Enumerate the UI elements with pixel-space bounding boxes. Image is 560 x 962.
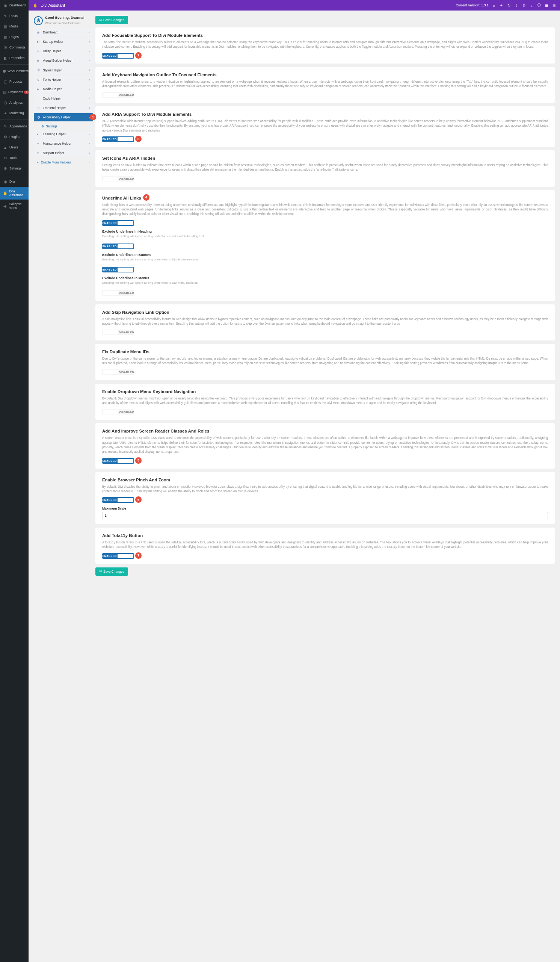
setting-card: Add Keyboard Navigation Outline To Focus… [95,67,555,103]
wp-menu-media[interactable]: ▤Media [0,21,29,32]
search-icon[interactable]: ⌕ [492,3,496,8]
enable-more-helpers[interactable]: + Enable More Helpers › [34,158,93,166]
toggle-switch[interactable]: ENABLED [102,267,134,273]
toggle-switch[interactable]: DISABLED [102,290,134,296]
wp-menu-pages[interactable]: ▦Pages [0,32,29,42]
chevron-right-icon: › [89,68,90,72]
chevron-right-icon: › [89,50,90,53]
toggle-switch[interactable]: DISABLED [102,176,134,181]
setting-description: By default, Divi disables the ability to… [102,485,548,494]
toggle-switch[interactable]: ENABLED [102,220,134,226]
download-icon[interactable]: ⇩ [514,3,519,8]
setting-title: Set Icons As ARIA Hidden [102,156,155,160]
wp-menu-divi-assistant[interactable]: ✋Divi Assistant [0,187,29,200]
toggle-switch[interactable]: ENABLED [102,458,134,464]
helper-icon: ▢ [37,107,40,110]
refresh-icon[interactable]: ↻ [507,3,511,8]
sun-icon[interactable]: ☼ [529,3,534,8]
helper-maintenance-helper[interactable]: ✂Maintenance Helper› [34,139,93,148]
setting-description: Setting icons as ARIA hidden to indicate… [102,163,548,173]
info-icon[interactable]: ⓘ [537,3,541,8]
sub-setting-title: Exclude Underlines In Heading [102,229,548,233]
helper-visual-builder-helper[interactable]: ◆Visual Builder Helper› [34,56,93,65]
menu-icon: ✎ [3,13,8,18]
save-changes-button[interactable]: ☑ Save Changes [95,16,128,24]
chevron-right-icon: › [89,142,90,145]
sub-setting-note: Enabling this setting will ignore adding… [102,234,548,238]
wp-admin-sidebar: ◉Dashboard✎Posts▤Media▦Pages✉Comments◧Pr… [0,0,29,962]
helper-startup-helper[interactable]: ◧Startup Helper› [34,37,93,46]
annotation-badge: 1 [90,114,96,120]
annotation-badge: 7 [135,552,142,559]
save-icon: ☑ [99,18,102,22]
chevron-right-icon: › [89,59,90,62]
avatar-icon: ⏻ [34,16,43,25]
helper-dashboard[interactable]: ◉Dashboard› [34,28,93,36]
helper-styles-helper[interactable]: ⓐStyles Helper› [34,66,93,74]
wp-menu-plugins[interactable]: ⚙Plugins [0,132,29,142]
setting-title: Add Focusable Support To Divi Module Ele… [102,33,203,37]
wp-menu-marketing[interactable]: ✈Marketing [0,108,29,118]
menu-icon: ✈ [3,110,8,116]
setting-card: Add Skip Navigation Link OptionA skip na… [95,304,555,341]
wp-menu-properties[interactable]: ◧Properties [0,53,29,63]
gear-icon[interactable]: ⚙ [522,3,526,8]
expand-icon[interactable]: ⊞ [552,3,556,8]
menu-icon: ⬡ [3,100,8,105]
setting-title: Add Keyboard Navigation Outline To Focus… [102,73,217,77]
toggle-switch[interactable]: ENABLED [102,497,134,503]
gear-icon: ⚙ [41,125,44,128]
save-changes-button-bottom[interactable]: ☑ Save Changes [95,567,128,576]
wp-menu-appearance[interactable]: ✎Appearance [0,121,29,132]
greeting-title: Good Evening, Deanna! [45,16,85,19]
wp-menu-collapse-menu[interactable]: ◀Collapse menu [0,200,29,212]
sub-setting-title: Exclude Underlines In Menus [102,276,548,280]
plugin-title: Divi Assistant [40,3,65,8]
wp-menu-analytics[interactable]: ⬡Analytics [0,97,29,108]
toggle-switch[interactable]: DISABLED [102,329,134,335]
helper-sub-settings[interactable]: ⚙Settings [34,123,93,130]
toggle-switch[interactable]: DISABLED [102,409,134,415]
max-scale-input[interactable] [102,512,548,519]
greeting-sub: Welcome to Divi Assistant! [45,21,80,25]
wp-menu-users[interactable]: ▲Users [0,142,29,153]
list-icon[interactable]: ☰ [544,3,549,8]
menu-icon: ▤ [3,89,7,95]
helper-utility-helper[interactable]: ✂Utility Helper› [34,47,93,55]
toggle-switch[interactable]: DISABLED [102,92,134,98]
setting-description: A screen reader class is a specific CSS … [102,436,548,454]
helper-support-helper[interactable]: ⊕Support Helper› [34,149,93,157]
toggle-switch[interactable]: ENABLED [102,244,134,249]
toggle-switch[interactable]: ENABLED [102,136,134,142]
wp-menu-comments[interactable]: ✉Comments [0,42,29,53]
wp-menu-posts[interactable]: ✎Posts [0,11,29,21]
helper-fonts-helper[interactable]: AFonts Helper› [34,76,93,84]
helper-learning-helper[interactable]: ♦Learning Helper› [34,130,93,138]
plus-icon[interactable]: + [499,3,504,8]
wp-menu-divi[interactable]: ◉Divi [0,176,29,187]
toggle-switch[interactable]: DISABLED [102,370,134,375]
wp-menu-settings[interactable]: ⚙Settings [0,163,29,174]
helper-accessibility-helper[interactable]: ♿Accessibility Helper›1 [34,113,93,121]
helper-media-helper[interactable]: ▶Media Helper› [34,85,93,93]
menu-icon: ⚙ [3,166,8,171]
setting-description: Due to Divi's usage of the same menu for… [102,357,548,366]
sub-setting-title: Exclude Underlines In Buttons [102,253,548,257]
greeting: ⏻ Good Evening, Deanna! Welcome to Divi … [34,16,93,25]
wp-menu-payments[interactable]: ▤Payments1 [0,87,29,97]
wp-menu-tools[interactable]: ✂Tools [0,153,29,163]
helper-code-helper[interactable]: Code Helper› [34,94,93,103]
setting-card: Add Tota11y ButtonA tota11y button refer… [95,528,555,564]
wp-menu-products[interactable]: ▢Products [0,76,29,87]
wp-menu-dashboard[interactable]: ◉Dashboard [0,0,29,11]
chevron-right-icon: › [89,132,90,136]
toggle-switch[interactable]: ENABLED [102,53,134,59]
menu-icon: ◉ [3,3,8,8]
setting-title: Underline All Links4 [102,196,141,200]
toggle-switch[interactable]: ENABLED [102,553,134,559]
setting-title: Enable Dropdown Menu Keyboard Navigation [102,389,196,394]
helper-frontend-helper[interactable]: ▢Frontend Helper› [34,104,93,112]
annotation-badge: 4 [143,194,150,201]
menu-icon: ✂ [3,155,8,160]
wp-menu-woocommerce[interactable]: ⬢WooCommerce [0,66,29,76]
